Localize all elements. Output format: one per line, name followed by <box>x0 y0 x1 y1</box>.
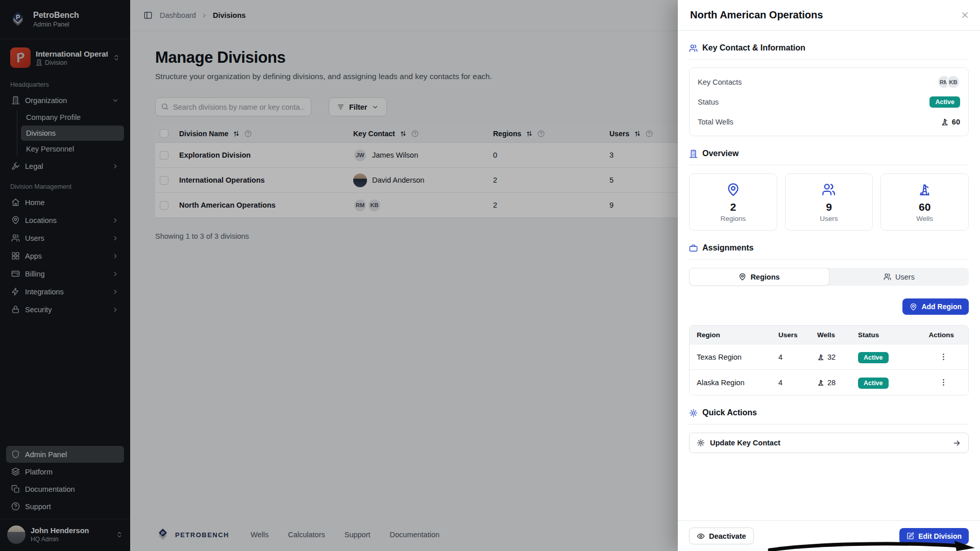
section-assignments: Assignments <box>689 243 969 260</box>
modal-overlay[interactable] <box>0 0 678 551</box>
stat-card-wells: 60 Wells <box>880 173 969 231</box>
panel-footer: Deactivate Edit Division <box>678 520 980 551</box>
deactivate-button[interactable]: Deactivate <box>689 528 754 544</box>
briefcase-icon <box>689 244 698 253</box>
status-badge: Active <box>929 96 960 108</box>
arrow-right-icon <box>952 439 961 447</box>
status-badge: Active <box>858 378 889 389</box>
panel-header: North American Operations <box>678 0 980 31</box>
avatar-initials: KB <box>946 75 960 89</box>
update-key-contact-action[interactable]: Update Key Contact <box>689 433 969 453</box>
panel-title: North American Operations <box>690 9 823 21</box>
division-detail-panel: North American Operations Key Contact & … <box>678 0 980 551</box>
oil-derrick-icon <box>941 118 949 126</box>
regions-table: Region Users Wells Status Actions Texas … <box>689 325 969 395</box>
assignments-tabs: Regions Users <box>689 268 969 286</box>
users-icon <box>689 44 698 53</box>
info-row-wells: Total Wells 60 <box>698 112 960 132</box>
screen: PetroBench Admin Panel P International O… <box>0 0 980 551</box>
edit-square-icon <box>906 532 914 540</box>
users-icon <box>884 273 891 281</box>
stat-card-regions: 2 Regions <box>689 173 777 231</box>
oil-derrick-icon <box>817 354 824 361</box>
info-row-contacts: Key Contacts RM KB <box>698 72 960 92</box>
section-overview: Overview <box>689 149 969 165</box>
column-region: Region <box>697 331 778 339</box>
stat-card-users: 9 Users <box>785 173 873 231</box>
oil-derrick-icon <box>817 379 824 386</box>
close-icon[interactable] <box>960 10 970 20</box>
eye-icon <box>697 532 705 540</box>
oil-derrick-icon <box>918 183 932 196</box>
regions-table-header: Region Users Wells Status Actions <box>690 325 968 344</box>
column-status: Status <box>858 331 924 339</box>
column-users: Users <box>778 331 817 339</box>
more-vertical-icon[interactable] <box>939 378 948 387</box>
gear-icon <box>697 439 705 447</box>
tab-users[interactable]: Users <box>829 268 969 286</box>
more-vertical-icon[interactable] <box>939 353 948 361</box>
section-quick-actions: Quick Actions <box>689 408 969 424</box>
region-row: Alaska Region 4 28 Active <box>690 369 968 395</box>
info-row-status: Status Active <box>698 92 960 112</box>
key-info-card: Key Contacts RM KB Status Active Total W… <box>689 67 969 136</box>
column-wells: Wells <box>817 331 858 339</box>
map-pin-icon <box>910 303 917 311</box>
section-key-contact: Key Contact & Information <box>689 43 969 60</box>
building-icon <box>689 149 698 158</box>
panel-body: Key Contact & Information Key Contacts R… <box>678 31 980 520</box>
map-pin-icon <box>726 183 740 196</box>
column-actions: Actions <box>924 331 961 339</box>
edit-division-button[interactable]: Edit Division <box>899 528 969 544</box>
region-row: Texas Region 4 32 Active <box>690 344 968 369</box>
status-badge: Active <box>858 352 889 363</box>
map-pin-icon <box>739 273 746 281</box>
users-icon <box>822 183 836 196</box>
tab-regions[interactable]: Regions <box>689 268 829 286</box>
overview-stats: 2 Regions 9 Users 60 Wells <box>689 173 969 231</box>
add-region-button[interactable]: Add Region <box>902 298 969 315</box>
gear-icon <box>689 409 698 417</box>
